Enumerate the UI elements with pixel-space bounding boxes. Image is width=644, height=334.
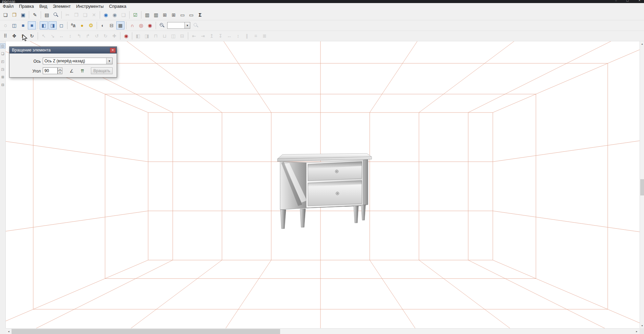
update-catalog-button[interactable]: ◉	[111, 11, 119, 19]
view-perspective-button[interactable]: ◧	[40, 21, 48, 29]
menu-tools[interactable]: Инструменты	[73, 3, 106, 10]
zoom-out-button[interactable]: −	[158, 21, 166, 29]
dimensions-button[interactable]: ⊟	[108, 21, 116, 29]
selection-frame-button[interactable]: ◌	[1, 21, 9, 29]
stretch-horizontal-button[interactable]: ↔	[57, 32, 65, 40]
rotate-copy-button[interactable]: ⇈	[79, 67, 86, 74]
zoom-input[interactable]	[167, 22, 185, 29]
menu-edit[interactable]: Правка	[16, 3, 37, 10]
rotate-button[interactable]: ↻	[28, 32, 36, 40]
vertical-scrollbar[interactable]: ▴ ▾	[640, 41, 644, 328]
same-width-button[interactable]: ∥	[243, 32, 251, 40]
rotate-right-button[interactable]: ↻	[101, 32, 110, 40]
internet-catalog-button[interactable]: ◉	[102, 11, 110, 19]
light-button[interactable]: ❂	[87, 21, 95, 29]
space-vertical-button[interactable]: ↕	[234, 32, 242, 40]
axis-select[interactable]: Ось Z (вперёд-назад) ▾	[43, 58, 113, 64]
dock-bottom-button[interactable]: ↧	[216, 32, 225, 40]
menu-element[interactable]: Элемент	[50, 3, 73, 10]
side-tool-6-button[interactable]: ⊟	[0, 82, 5, 87]
side-tool-4-button[interactable]: ◳	[0, 67, 5, 72]
dialog-close-button[interactable]: ✕	[110, 48, 116, 53]
resize-se-button[interactable]: ↘	[48, 32, 57, 40]
scroll-right-arrow-icon[interactable]: ▸	[634, 329, 640, 334]
report-summary-button[interactable]: ▭	[187, 11, 195, 19]
link-button[interactable]: ❑	[119, 11, 128, 19]
scroll-up-arrow-icon[interactable]: ▴	[640, 41, 644, 46]
zoom-dropdown-button[interactable]: ▾	[185, 22, 190, 29]
side-tool-1-button[interactable]: ◫	[0, 43, 5, 48]
calculate-sum-button[interactable]: Σ	[196, 11, 204, 19]
vertical-scroll-thumb[interactable]	[640, 179, 644, 195]
zoom-window-button[interactable]	[192, 21, 200, 29]
maximize-button[interactable]: ▢	[626, 0, 629, 2]
delete-button[interactable]: ✕	[90, 11, 98, 19]
distribute-button[interactable]: ≣	[260, 32, 269, 40]
paste-button[interactable]: ❑	[81, 11, 89, 19]
align-bottom-button[interactable]: ⊔	[160, 32, 169, 40]
flip-vertical-button[interactable]: ↱	[84, 32, 92, 40]
save-button[interactable]: ▣	[19, 11, 27, 19]
shadows-button[interactable]: ◐	[99, 21, 107, 29]
report-cutting-button[interactable]: ⊞	[161, 11, 169, 19]
open-folder-button[interactable]: ❒	[10, 11, 18, 19]
space-horizontal-button[interactable]: ↔	[225, 32, 233, 40]
dialog-titlebar[interactable]: Вращение элемента ✕	[9, 47, 117, 54]
view-plan-button[interactable]: ◻	[57, 21, 65, 29]
snap-target-button[interactable]: ◉	[146, 21, 154, 29]
flip-horizontal-button[interactable]: ↰	[75, 32, 83, 40]
viewport[interactable]	[6, 41, 640, 328]
align-center-h-button[interactable]: ◫	[169, 32, 177, 40]
grid-button[interactable]: ▦	[116, 21, 124, 29]
view-solid-textures-button[interactable]: ■	[28, 21, 36, 29]
menu-file[interactable]: Файл	[0, 3, 16, 10]
stretch-vertical-button[interactable]: ↕	[66, 32, 74, 40]
move-free-button[interactable]: ✚	[110, 32, 118, 40]
new-document-button[interactable]: ❏	[1, 11, 9, 19]
center-element-button[interactable]: ◉	[122, 32, 130, 40]
align-top-button[interactable]: ⊓	[152, 32, 160, 40]
print-preview-button[interactable]	[52, 11, 60, 19]
rotate-apply-button[interactable]: Вращать	[91, 67, 113, 74]
select-pointer-button[interactable]: ➤	[19, 32, 27, 40]
report-accessories-button[interactable]: ⊞	[170, 11, 178, 19]
scroll-left-arrow-icon[interactable]: ◂	[6, 329, 12, 334]
align-left-button[interactable]: ◧	[134, 32, 142, 40]
report-preview-button[interactable]: ▥	[152, 11, 160, 19]
spin-up-button[interactable]: ▲	[58, 67, 62, 71]
snap-to-grid-button[interactable]: ⠿	[1, 32, 9, 40]
close-button[interactable]: ✕	[638, 0, 641, 2]
move-button[interactable]: ✥	[10, 32, 18, 40]
edit-report-button[interactable]: ✎	[31, 11, 39, 19]
render-sphere-button[interactable]: ●	[78, 21, 86, 29]
dock-top-button[interactable]: ↥	[208, 32, 216, 40]
print-button[interactable]: ▤	[43, 11, 51, 19]
scroll-down-arrow-icon[interactable]: ▾	[640, 323, 644, 328]
report-elements-button[interactable]: ▥	[143, 11, 151, 19]
resize-nw-button[interactable]: ↖	[40, 32, 48, 40]
align-right-button[interactable]: ◨	[143, 32, 151, 40]
cut-button[interactable]: ✂	[63, 11, 72, 19]
dock-right-button[interactable]: ⇥	[199, 32, 207, 40]
spin-down-button[interactable]: ▼	[58, 71, 62, 74]
price-calculation-button[interactable]: ☑	[131, 11, 139, 19]
same-height-button[interactable]: ≡	[252, 32, 260, 40]
report-monitor-button[interactable]: ▭	[178, 11, 187, 19]
show-text-button[interactable]: ªa	[69, 21, 77, 29]
menu-help[interactable]: Справка	[106, 3, 129, 10]
horizontal-scroll-thumb[interactable]	[12, 329, 280, 334]
dock-left-button[interactable]: ⇤	[190, 32, 198, 40]
angle-input[interactable]	[43, 67, 58, 74]
view-solid-button[interactable]: ■	[19, 21, 27, 29]
menu-view[interactable]: Вид	[37, 3, 50, 10]
viewport-canvas[interactable]	[6, 41, 640, 328]
rotate-left-button[interactable]: ↺	[93, 32, 101, 40]
angle-presets-button[interactable]: ∠	[68, 67, 75, 74]
copy-button[interactable]: ❐	[72, 11, 80, 19]
snap-magnet-button[interactable]: ∩	[128, 21, 136, 29]
align-center-v-button[interactable]: ⊟	[178, 32, 186, 40]
side-tool-2-button[interactable]: ❏	[0, 51, 5, 56]
snap-rotation-button[interactable]: ◎	[137, 21, 145, 29]
view-axonometry-button[interactable]: ◨	[48, 21, 57, 29]
cabinet-3d-object[interactable]	[277, 153, 372, 229]
